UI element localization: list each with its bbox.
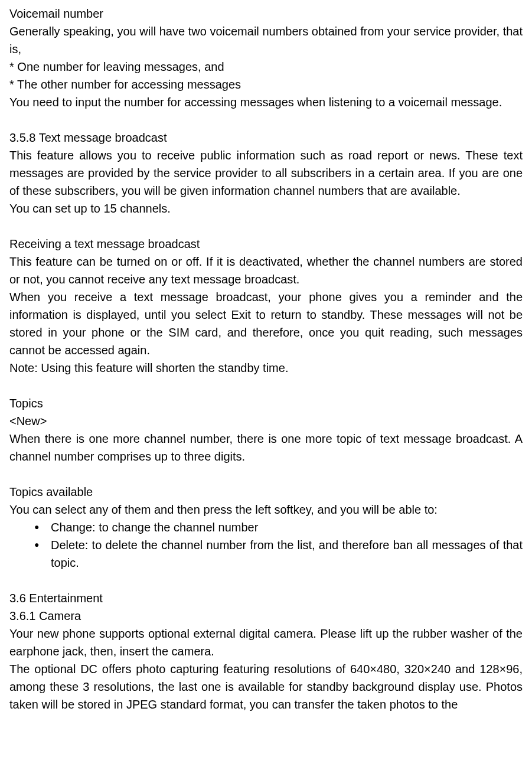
spacer xyxy=(9,465,523,483)
spacer xyxy=(9,217,523,235)
topics-new: <New> xyxy=(9,412,523,430)
topics-available-list: Change: to change the channel number Del… xyxy=(9,518,523,572)
broadcast-p1: This feature allows you to receive publi… xyxy=(9,146,523,200)
camera-heading: 3.6.1 Camera xyxy=(9,607,523,625)
camera-p2: The optional DC offers photo capturing f… xyxy=(9,660,523,713)
voicemail-p1: Generally speaking, you will have two vo… xyxy=(9,22,523,58)
receiving-p1: This feature can be turned on or off. If… xyxy=(9,253,523,288)
topics-heading: Topics xyxy=(9,394,523,412)
topics-available-p1: You can select any of them and then pres… xyxy=(9,501,523,518)
entertainment-heading: 3.6 Entertainment xyxy=(9,589,523,607)
receiving-heading: Receiving a text message broadcast xyxy=(9,235,523,253)
spacer xyxy=(9,111,523,129)
voicemail-p2: You need to input the number for accessi… xyxy=(9,93,523,111)
broadcast-p2: You can set up to 15 channels. xyxy=(9,200,523,217)
receiving-p2: When you receive a text message broadcas… xyxy=(9,288,523,359)
list-item: Change: to change the channel number xyxy=(34,518,523,536)
topics-available-heading: Topics available xyxy=(9,483,523,501)
receiving-note: Note: Using this feature will shorten th… xyxy=(9,359,523,377)
broadcast-heading: 3.5.8 Text message broadcast xyxy=(9,129,523,146)
topics-p1: When there is one more channel number, t… xyxy=(9,430,523,465)
spacer xyxy=(9,377,523,394)
list-item: Delete: to delete the channel number fro… xyxy=(34,536,523,572)
voicemail-heading: Voicemail number xyxy=(9,5,523,22)
camera-p1: Your new phone supports optional externa… xyxy=(9,625,523,660)
voicemail-bullet-2: * The other number for accessing message… xyxy=(9,76,523,93)
spacer xyxy=(9,572,523,589)
voicemail-bullet-1: * One number for leaving messages, and xyxy=(9,58,523,76)
